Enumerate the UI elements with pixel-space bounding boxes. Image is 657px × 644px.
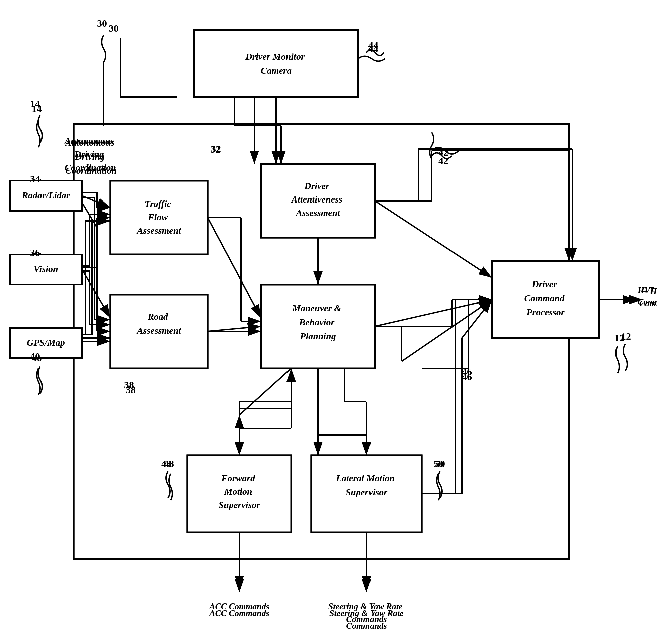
ref-42-text: 42 bbox=[439, 146, 448, 158]
diagram: Autonomous Driving Coordination Driver M… bbox=[0, 0, 657, 644]
ref-14-text: 14 bbox=[30, 98, 40, 109]
radar-lidar-text: Radar/Lidar bbox=[21, 190, 70, 201]
ref-50-text: 50 bbox=[435, 458, 445, 469]
ref-38-text: 38 bbox=[125, 384, 136, 395]
ref-32-text: 32 bbox=[210, 144, 220, 155]
ref-34-text: 34 bbox=[30, 174, 40, 184]
ref-36-text: 36 bbox=[30, 247, 40, 258]
ref-12-text: 12 bbox=[621, 331, 631, 342]
ref-46-text: 46 bbox=[462, 371, 472, 382]
steering-commands-output: Steering & Yaw Rate bbox=[329, 608, 404, 618]
hvi-output: → HVI bbox=[639, 286, 657, 296]
gps-map-text: GPS/Map bbox=[27, 338, 65, 348]
vision-text: Vision bbox=[33, 264, 58, 274]
ref-44-text: 44 bbox=[368, 40, 378, 50]
hvi-output2: Commands bbox=[639, 299, 657, 308]
forward-motion-text: Forward Motion Supervisor bbox=[218, 473, 261, 510]
acc-commands-output: ACC Commands bbox=[209, 608, 269, 618]
steering-commands-output2: Commands bbox=[346, 621, 386, 630]
svg-rect-62 bbox=[194, 30, 358, 97]
ref-40-text: 40 bbox=[30, 351, 40, 362]
ref-30: 30 bbox=[109, 23, 119, 34]
ref-30-text: 30 bbox=[97, 18, 107, 29]
ref-48-text: 48 bbox=[161, 458, 171, 469]
